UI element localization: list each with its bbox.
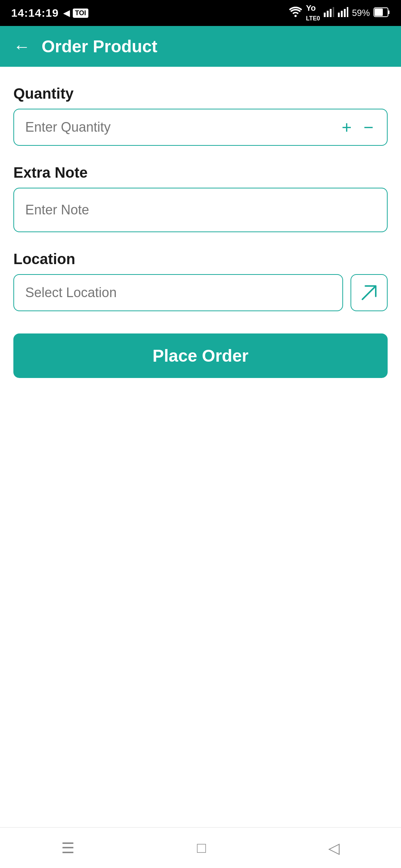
extra-note-section: Extra Note [13, 164, 388, 232]
signal-icon-2 [338, 7, 348, 20]
quantity-section: Quantity + − [13, 85, 388, 146]
quantity-increment-button[interactable]: + [336, 119, 358, 136]
quantity-field-wrapper: + − [13, 109, 388, 146]
note-input[interactable] [14, 188, 387, 231]
nav-home-button[interactable]: □ [186, 836, 217, 860]
battery-icon [374, 7, 390, 19]
wifi-icon [289, 7, 302, 20]
battery-percentage: 59% [352, 8, 370, 18]
quantity-decrement-button[interactable]: − [358, 119, 379, 136]
location-gps-button[interactable] [351, 274, 388, 311]
svg-rect-7 [347, 7, 348, 17]
main-content: Quantity + − Extra Note Location [0, 67, 401, 827]
svg-rect-3 [333, 7, 334, 17]
svg-rect-9 [375, 9, 383, 16]
location-label: Location [13, 251, 388, 267]
place-order-button[interactable]: Place Order [13, 333, 388, 378]
status-time: 14:14:19 [11, 7, 59, 19]
location-input[interactable] [14, 275, 342, 310]
nav-menu-button[interactable]: ☰ [50, 836, 86, 860]
svg-rect-10 [388, 10, 389, 14]
navigation-arrow-icon [360, 284, 378, 302]
app-bar: ← Order Product [0, 26, 401, 67]
location-input-wrapper [13, 274, 343, 311]
menu-icon: ☰ [61, 839, 75, 857]
quantity-label: Quantity [13, 85, 388, 102]
bottom-nav: ☰ □ ◁ [0, 827, 401, 868]
status-bar-left: 14:14:19 ◀ TOI [11, 7, 88, 19]
location-field-row [13, 274, 388, 311]
signal-icon-1 [324, 7, 334, 20]
status-icons-right: YoLTE0 59% [289, 3, 390, 23]
svg-rect-2 [330, 9, 332, 17]
note-field-wrapper [13, 188, 388, 232]
quantity-stepper: + − [336, 119, 387, 136]
status-icons-left: ◀ TOI [63, 8, 88, 18]
lte-indicator: YoLTE0 [306, 3, 320, 23]
location-section: Location [13, 251, 388, 311]
quantity-input[interactable] [14, 109, 336, 145]
svg-rect-0 [324, 13, 326, 17]
navigation-icon: ◀ [63, 8, 70, 18]
page-title: Order Product [42, 36, 157, 56]
note-label: Extra Note [13, 164, 388, 181]
svg-rect-4 [338, 13, 340, 17]
svg-rect-5 [341, 11, 343, 17]
svg-rect-1 [327, 11, 329, 17]
toi-badge: TOI [73, 9, 88, 18]
status-bar: 14:14:19 ◀ TOI YoLTE0 [0, 0, 401, 26]
home-icon: □ [197, 839, 206, 856]
back-button[interactable]: ← [13, 38, 30, 55]
back-icon: ◁ [328, 839, 340, 857]
svg-rect-6 [344, 9, 346, 17]
nav-back-button[interactable]: ◁ [317, 836, 351, 860]
